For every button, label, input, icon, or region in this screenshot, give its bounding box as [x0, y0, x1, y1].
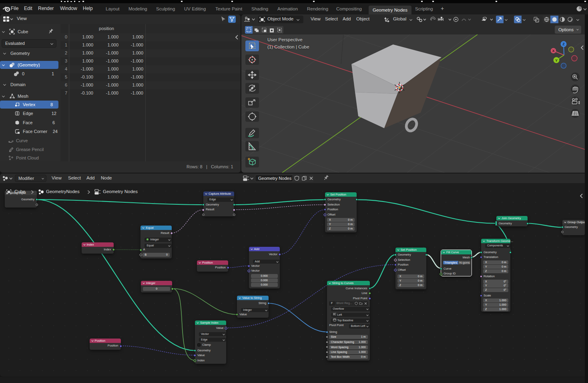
- svg-text:Z: Z: [562, 42, 565, 46]
- svg-text:Y: Y: [555, 58, 558, 62]
- svg-text:X: X: [552, 49, 554, 53]
